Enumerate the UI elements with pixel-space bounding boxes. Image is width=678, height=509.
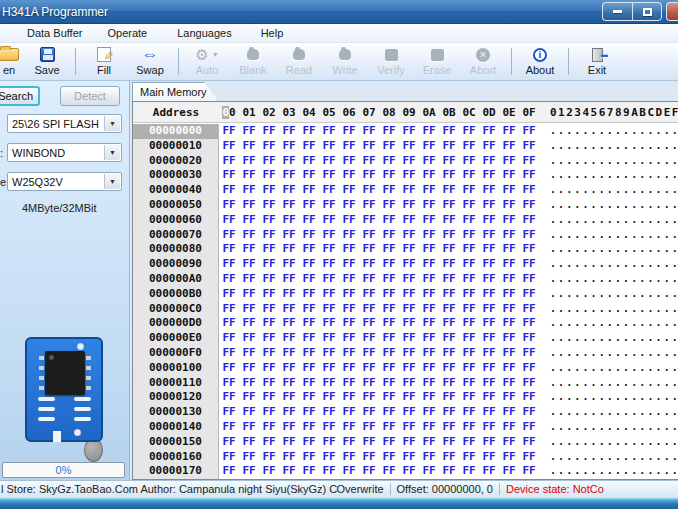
byte-cell[interactable]: FF [499, 346, 519, 361]
byte-cell[interactable]: FF [239, 168, 259, 183]
byte-cell[interactable]: FF [339, 346, 359, 361]
byte-cell[interactable]: FF [439, 198, 459, 213]
byte-cell[interactable]: FF [379, 464, 399, 479]
byte-cell[interactable]: FF [319, 376, 339, 391]
byte-cell[interactable]: FF [239, 464, 259, 479]
byte-cell[interactable]: FF [499, 124, 519, 139]
byte-cell[interactable]: FF [219, 154, 239, 169]
byte-cell[interactable]: FF [339, 464, 359, 479]
byte-cell[interactable]: FF [459, 257, 479, 272]
byte-cell[interactable]: FF [459, 287, 479, 302]
byte-cell[interactable]: FF [239, 316, 259, 331]
byte-cell[interactable]: FF [399, 213, 419, 228]
byte-cell[interactable]: FF [519, 124, 539, 139]
byte-cell[interactable]: FF [239, 361, 259, 376]
byte-cell[interactable]: FF [379, 450, 399, 465]
byte-cell[interactable]: FF [239, 420, 259, 435]
byte-cell[interactable]: FF [239, 450, 259, 465]
byte-cell[interactable]: FF [339, 302, 359, 317]
byte-cell[interactable]: FF [499, 272, 519, 287]
byte-cell[interactable]: FF [279, 198, 299, 213]
byte-cell[interactable]: FF [459, 405, 479, 420]
byte-cell[interactable]: FF [359, 242, 379, 257]
byte-cell[interactable]: FF [379, 331, 399, 346]
byte-cell[interactable]: FF [459, 228, 479, 243]
byte-cell[interactable]: FF [259, 420, 279, 435]
byte-cell[interactable]: FF [519, 272, 539, 287]
byte-cell[interactable]: FF [419, 228, 439, 243]
byte-cell[interactable]: FF [359, 124, 379, 139]
ascii-cell[interactable]: ................ [550, 198, 678, 213]
byte-cell[interactable]: FF [479, 287, 499, 302]
about-button[interactable]: i About [517, 43, 563, 80]
byte-cell[interactable]: FF [419, 420, 439, 435]
byte-cell[interactable]: FF [359, 405, 379, 420]
byte-cell[interactable]: FF [259, 287, 279, 302]
byte-cell[interactable]: FF [419, 376, 439, 391]
fill-button[interactable]: Fill [81, 43, 127, 80]
byte-cell[interactable]: FF [239, 405, 259, 420]
byte-cell[interactable]: FF [399, 168, 419, 183]
open-button[interactable]: en [0, 43, 24, 80]
byte-cell[interactable]: FF [439, 213, 459, 228]
ascii-cell[interactable]: ................ [550, 183, 678, 198]
byte-cell[interactable]: FF [319, 435, 339, 450]
byte-cell[interactable]: FF [439, 316, 459, 331]
byte-cell[interactable]: FF [379, 183, 399, 198]
byte-cell[interactable]: FF [419, 346, 439, 361]
byte-cell[interactable]: FF [439, 361, 459, 376]
byte-cell[interactable]: FF [259, 272, 279, 287]
byte-cell[interactable]: FF [219, 139, 239, 154]
byte-cell[interactable]: FF [279, 435, 299, 450]
byte-cell[interactable]: FF [239, 139, 259, 154]
byte-cell[interactable]: FF [459, 242, 479, 257]
byte-cell[interactable]: FF [299, 316, 319, 331]
close-button[interactable] [666, 2, 678, 21]
byte-cell[interactable]: FF [299, 198, 319, 213]
byte-cell[interactable]: FF [319, 316, 339, 331]
byte-cell[interactable]: FF [279, 183, 299, 198]
byte-cell[interactable]: FF [379, 213, 399, 228]
byte-cell[interactable]: FF [379, 376, 399, 391]
ascii-cell[interactable]: ................ [550, 154, 678, 169]
byte-cell[interactable]: FF [479, 420, 499, 435]
chevron-down-icon[interactable]: ▼ [104, 145, 120, 160]
byte-cell[interactable]: FF [239, 183, 259, 198]
byte-cell[interactable]: FF [419, 257, 439, 272]
byte-cell[interactable]: FF [319, 183, 339, 198]
byte-cell[interactable]: FF [319, 302, 339, 317]
byte-cell[interactable]: FF [219, 257, 239, 272]
byte-cell[interactable]: FF [219, 168, 239, 183]
byte-cell[interactable]: FF [499, 213, 519, 228]
byte-cell[interactable]: FF [459, 390, 479, 405]
byte-cell[interactable]: FF [439, 124, 459, 139]
byte-cell[interactable]: FF [359, 464, 379, 479]
byte-cell[interactable]: FF [219, 435, 239, 450]
byte-cell[interactable]: FF [339, 183, 359, 198]
byte-cell[interactable]: FF [379, 405, 399, 420]
byte-cell[interactable]: FF [339, 257, 359, 272]
byte-cell[interactable]: FF [439, 257, 459, 272]
byte-cell[interactable]: FF [499, 420, 519, 435]
byte-cell[interactable]: FF [219, 183, 239, 198]
byte-cell[interactable]: FF [279, 420, 299, 435]
byte-cell[interactable]: FF [399, 302, 419, 317]
byte-cell[interactable]: FF [299, 390, 319, 405]
byte-cell[interactable]: FF [399, 228, 419, 243]
byte-cell[interactable]: FF [499, 228, 519, 243]
byte-cell[interactable]: FF [419, 464, 439, 479]
byte-cell[interactable]: FF [319, 154, 339, 169]
byte-cell[interactable]: FF [439, 390, 459, 405]
byte-cell[interactable]: FF [339, 272, 359, 287]
byte-cell[interactable]: FF [519, 316, 539, 331]
byte-cell[interactable]: FF [519, 302, 539, 317]
byte-cell[interactable]: FF [399, 420, 419, 435]
menu-help[interactable]: Help [255, 25, 290, 41]
byte-cell[interactable]: FF [259, 183, 279, 198]
byte-cell[interactable]: FF [459, 420, 479, 435]
byte-cell[interactable]: FF [379, 420, 399, 435]
hex-rows[interactable]: 00000000FFFFFFFFFFFFFFFFFFFFFFFFFFFFFFFF… [133, 124, 678, 479]
byte-cell[interactable]: FF [499, 316, 519, 331]
byte-cell[interactable]: FF [319, 168, 339, 183]
byte-cell[interactable]: FF [519, 361, 539, 376]
